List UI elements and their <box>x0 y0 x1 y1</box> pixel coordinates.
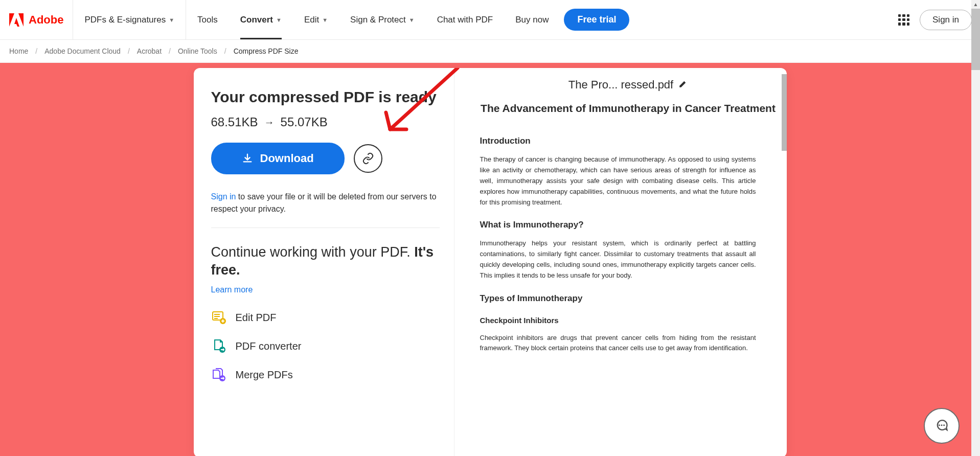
nav-label: Convert <box>240 15 273 25</box>
nav-buy-now[interactable]: Buy now <box>504 0 560 39</box>
breadcrumb-doc-cloud[interactable]: Adobe Document Cloud <box>44 47 121 55</box>
download-label: Download <box>260 152 314 165</box>
nav-label: PDFs & E-signatures <box>84 15 166 25</box>
doc-heading-types: Types of Immunotherapy <box>480 293 756 304</box>
breadcrumb: Home / Adobe Document Cloud / Acrobat / … <box>0 40 980 63</box>
file-name: The Pro... ressed.pdf <box>568 78 673 92</box>
doc-heading-what: What is Immunotherapy? <box>480 220 756 230</box>
nav-label: Sign & Protect <box>350 15 406 25</box>
rename-button[interactable] <box>678 79 688 90</box>
svg-point-6 <box>943 424 945 426</box>
svg-point-4 <box>939 424 940 426</box>
original-size: 68.51KB <box>211 115 258 129</box>
page-scrollbar[interactable]: ▲ <box>971 0 980 456</box>
main-canvas: Your compressed PDF is ready 68.51KB → 5… <box>0 63 980 456</box>
nav-label: Tools <box>197 15 218 25</box>
learn-more-link[interactable]: Learn more <box>211 285 253 294</box>
pdf-converter-icon <box>211 338 226 354</box>
nav-label: Edit <box>304 15 319 25</box>
sign-in-button[interactable]: Sign in <box>920 10 972 30</box>
button-row: Download <box>211 143 440 174</box>
continue-title: Continue working with your PDF. It's fre… <box>211 243 440 279</box>
nav-pdfs-esignatures[interactable]: PDFs & E-signatures ▼ <box>73 0 186 39</box>
file-title-row: The Pro... ressed.pdf <box>475 78 782 92</box>
app-switcher-icon[interactable] <box>898 14 909 26</box>
nav-sign-protect[interactable]: Sign & Protect ▼ <box>339 0 426 39</box>
edit-pdf-icon <box>211 310 226 325</box>
doc-paragraph: Immunotherapy helps your resistant syste… <box>480 238 756 281</box>
tool-label: Merge PDFs <box>236 369 293 381</box>
link-icon <box>362 152 374 165</box>
pencil-icon <box>678 79 688 88</box>
chat-help-button[interactable] <box>924 408 960 444</box>
doc-paragraph: Checkpoint inhibitors are drugs that pre… <box>480 333 756 354</box>
breadcrumb-home[interactable]: Home <box>9 47 28 55</box>
adobe-logo-text: Adobe <box>29 13 63 27</box>
tool-edit-pdf[interactable]: Edit PDF <box>211 310 440 325</box>
nav-items: PDFs & E-signatures ▼ Tools Convert ▼ Ed… <box>73 0 629 39</box>
breadcrumb-acrobat[interactable]: Acrobat <box>137 47 162 55</box>
breadcrumb-current: Compress PDF Size <box>234 47 299 55</box>
nav-label: Chat with PDF <box>437 15 493 25</box>
nav-convert[interactable]: Convert ▼ <box>229 0 293 39</box>
chevron-down-icon: ▼ <box>322 17 328 23</box>
nav-label: Buy now <box>515 15 549 25</box>
adobe-logo[interactable]: Adobe <box>0 0 73 39</box>
adobe-logo-icon <box>9 13 24 27</box>
top-navigation: Adobe PDFs & E-signatures ▼ Tools Conver… <box>0 0 980 40</box>
nav-tools[interactable]: Tools <box>186 0 229 39</box>
preview-scrollbar-thumb[interactable] <box>782 74 787 151</box>
share-link-button[interactable] <box>354 144 382 173</box>
preview-pane[interactable]: The Pro... ressed.pdf The Advancement of… <box>454 68 787 456</box>
scroll-up-arrow-icon[interactable]: ▲ <box>971 0 980 9</box>
tool-label: Edit PDF <box>236 312 277 324</box>
doc-subheading-checkpoint: Checkpoint Inhibitors <box>480 316 756 325</box>
chevron-down-icon: ▼ <box>409 17 415 23</box>
signin-note: Sign in to save your file or it will be … <box>211 191 440 228</box>
tool-label: PDF converter <box>236 340 302 352</box>
breadcrumb-separator: / <box>35 47 37 55</box>
breadcrumb-separator: / <box>128 47 130 55</box>
svg-point-5 <box>941 424 942 426</box>
signin-link[interactable]: Sign in <box>211 192 236 201</box>
tool-list: Edit PDF PDF converter <box>211 310 440 382</box>
nav-edit[interactable]: Edit ▼ <box>293 0 339 39</box>
signin-note-text: to save your file or it will be deleted … <box>211 192 437 213</box>
download-button[interactable]: Download <box>211 143 345 174</box>
tool-pdf-converter[interactable]: PDF converter <box>211 338 440 354</box>
breadcrumb-separator: / <box>169 47 171 55</box>
download-icon <box>242 153 253 164</box>
chat-icon <box>935 419 949 433</box>
tool-merge-pdfs[interactable]: Merge PDFs <box>211 367 440 382</box>
size-comparison: 68.51KB → 55.07KB <box>211 115 440 129</box>
continue-text-1: Continue working with your PDF. <box>211 244 415 260</box>
nav-chat-pdf[interactable]: Chat with PDF <box>426 0 505 39</box>
ready-title: Your compressed PDF is ready <box>211 88 440 106</box>
topbar-right: Sign in <box>898 10 972 30</box>
compressed-size: 55.07KB <box>281 115 328 129</box>
breadcrumb-online-tools[interactable]: Online Tools <box>178 47 217 55</box>
left-pane: Your compressed PDF is ready 68.51KB → 5… <box>194 68 454 456</box>
doc-paragraph: The therapy of cancer is changing becaus… <box>480 154 756 208</box>
breadcrumb-separator: / <box>224 47 226 55</box>
free-trial-button[interactable]: Free trial <box>564 9 629 31</box>
chevron-down-icon: ▼ <box>276 17 282 23</box>
doc-heading-intro: Introduction <box>480 136 756 146</box>
result-card: Your compressed PDF is ready 68.51KB → 5… <box>194 68 787 456</box>
chevron-down-icon: ▼ <box>169 17 174 23</box>
preview-scrollbar[interactable] <box>782 74 787 151</box>
doc-title: The Advancement of Immunotherapy in Canc… <box>475 101 782 116</box>
merge-pdfs-icon <box>211 367 226 382</box>
arrow-right-icon: → <box>264 117 275 128</box>
page-scrollbar-thumb[interactable] <box>971 9 980 70</box>
